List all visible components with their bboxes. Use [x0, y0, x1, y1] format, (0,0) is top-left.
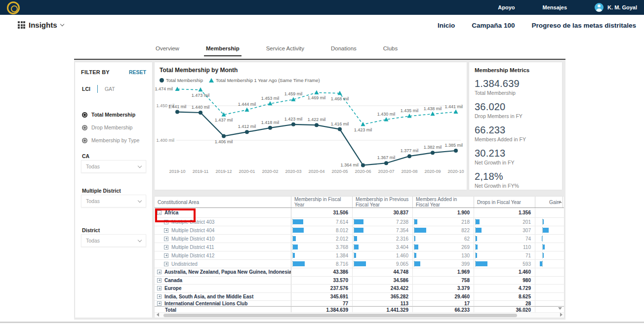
- reset-button[interactable]: RESET: [129, 69, 146, 75]
- cell-value: 77: [343, 301, 348, 306]
- cell-value: 307: [523, 228, 531, 233]
- nav-progreso-metas[interactable]: Progreso de las metas distritales: [531, 22, 636, 29]
- data-bar: [354, 228, 363, 233]
- expand-icon[interactable]: [164, 245, 168, 249]
- scroll-down-arrow[interactable]: [558, 307, 562, 310]
- cell-value: 62: [464, 236, 470, 242]
- table-row[interactable]: Multiple District 4121.3841.46013071: [155, 251, 564, 260]
- tab-overview[interactable]: Overview: [156, 45, 179, 56]
- metrics-title: Membership Metrics: [475, 67, 529, 73]
- cell-value: 110: [523, 245, 531, 250]
- chevron-down-icon: [60, 22, 64, 26]
- horizontal-scrollbar[interactable]: [155, 312, 564, 318]
- data-bar: [293, 219, 303, 224]
- data-bar: [476, 245, 478, 249]
- cell-value: 399: [461, 261, 470, 267]
- svg-text:1.385 mil: 1.385 mil: [444, 143, 463, 148]
- radio-drop-membership[interactable]: Drop Membership: [82, 124, 132, 130]
- expand-icon[interactable]: [164, 228, 168, 233]
- expand-icon[interactable]: [157, 270, 161, 274]
- expand-icon[interactable]: [157, 294, 161, 299]
- nav-campana-100[interactable]: Campaña 100: [472, 22, 515, 29]
- collapse-icon[interactable]: [157, 210, 161, 215]
- radio-selected-icon: [82, 112, 87, 118]
- cell-value: 130: [461, 253, 470, 258]
- table-row[interactable]: International Centennial Lions Club77113…: [155, 301, 564, 306]
- radio-total-membership[interactable]: Total Membership: [82, 112, 135, 118]
- table-row[interactable]: Europe237.576243.4223.3794.729: [155, 285, 564, 293]
- cell-value: 33.570: [333, 278, 348, 283]
- tab-membership[interactable]: Membership: [206, 45, 240, 56]
- user-menu[interactable]: K. M. Goyal: [595, 3, 637, 12]
- top-navbar: Apoyo Mensajes K. M. Goyal: [0, 0, 644, 15]
- table-header-row: Constitutional AreaMembership in Fiscal …: [155, 197, 564, 208]
- cell-value: 201: [523, 219, 531, 225]
- nav-inicio[interactable]: Inicio: [438, 22, 455, 29]
- tab-service-activity[interactable]: Service Activity: [266, 45, 304, 56]
- svg-text:1.459 mil: 1.459 mil: [284, 91, 303, 96]
- table-row[interactable]: Multiple District 4048.0127.354822307: [155, 226, 564, 235]
- scroll-right-arrow[interactable]: [560, 313, 563, 317]
- column-header[interactable]: Membership in Previous Fiscal Year: [353, 197, 413, 207]
- table-row[interactable]: Multiple District 4037.6147.238218201: [155, 218, 564, 226]
- table-row[interactable]: Undistricted8.7169.065399593: [155, 260, 564, 268]
- scrollbar-thumb[interactable]: [163, 314, 517, 317]
- metric-label: Net Growth in FY%: [475, 183, 558, 189]
- cell-value: 8.625: [519, 294, 531, 299]
- expand-icon[interactable]: [157, 286, 161, 290]
- expand-icon[interactable]: [157, 278, 161, 283]
- apoyo-link[interactable]: Apoyo: [498, 4, 515, 10]
- mensajes-link[interactable]: Mensajes: [543, 4, 567, 10]
- expand-icon[interactable]: [164, 237, 168, 241]
- data-bar: [354, 253, 356, 258]
- multiple-district-dropdown[interactable]: Todas: [81, 195, 146, 207]
- cell-value: 34.586: [393, 278, 408, 283]
- table-row[interactable]: Africa31.50630.8371.9001.356: [155, 208, 564, 218]
- lci-toggle[interactable]: LCI: [82, 86, 90, 92]
- metric-label: Members Added in FY: [475, 136, 558, 142]
- expand-icon[interactable]: [164, 220, 168, 224]
- lions-club-logo-icon: [7, 1, 20, 14]
- scroll-up-arrow[interactable]: [558, 201, 562, 203]
- gat-toggle[interactable]: GAT: [105, 86, 115, 92]
- table-row[interactable]: Canada33.57034.586758980: [155, 277, 564, 285]
- scroll-left-arrow[interactable]: [157, 313, 159, 317]
- svg-text:1.416 mil: 1.416 mil: [331, 122, 349, 126]
- legend-total-membership[interactable]: Total Membership: [160, 78, 203, 83]
- table-row[interactable]: Multiple District 4102.0122.3166274: [155, 235, 564, 243]
- cell-value: 7.354: [396, 228, 408, 233]
- tab-donations[interactable]: Donations: [331, 45, 357, 56]
- table-row[interactable]: Australia, New Zealand, Papua New Guinea…: [155, 268, 564, 277]
- data-bar: [476, 253, 477, 258]
- column-header[interactable]: Membership in Fiscal Year: [291, 197, 353, 207]
- expand-icon[interactable]: [164, 253, 168, 258]
- insights-menu[interactable]: Insights: [18, 21, 64, 29]
- cell-value: 29.460: [454, 294, 470, 299]
- column-header[interactable]: Constitutional Area: [155, 197, 291, 207]
- legend-total-membership-1yr[interactable]: Total Membership 1 Year Ago (Same Time F…: [209, 78, 320, 83]
- expand-icon[interactable]: [157, 301, 161, 306]
- radio-membership-by-type[interactable]: Membership by Type: [82, 137, 139, 143]
- metrics-list: 1.384.639Total Membership36.020Drop Memb…: [475, 78, 558, 194]
- cell-value: 345.691: [330, 294, 348, 299]
- data-bar: [476, 236, 477, 241]
- data-bar: [543, 219, 544, 224]
- page-bottom-divider: [0, 322, 644, 323]
- tab-clubs[interactable]: Clubs: [383, 45, 398, 56]
- cell-value: 758: [461, 278, 470, 283]
- cell-value: 269: [461, 245, 470, 250]
- table-row[interactable]: India, South Asia, and the Middle East34…: [155, 293, 564, 301]
- expand-icon[interactable]: [164, 262, 168, 266]
- svg-text:1.474 mil: 1.474 mil: [155, 86, 173, 91]
- membership-chart-card: Total Membership by Month Total Membersh…: [155, 62, 467, 190]
- metric-item: 66.233Members Added in FY: [475, 124, 558, 142]
- district-dropdown[interactable]: Todas: [81, 234, 146, 247]
- data-bar: [543, 228, 549, 233]
- row-name: Multiple District 404: [171, 228, 214, 233]
- row-name: Canada: [164, 278, 182, 283]
- column-header[interactable]: Drops in Fiscal Year: [474, 197, 535, 207]
- table-row[interactable]: Multiple District 4113.7683.404269110: [155, 243, 564, 251]
- column-header[interactable]: Members Added in Fiscal Year: [413, 197, 474, 207]
- ca-dropdown[interactable]: Todas: [81, 160, 146, 173]
- metric-value: 30.213: [475, 148, 558, 159]
